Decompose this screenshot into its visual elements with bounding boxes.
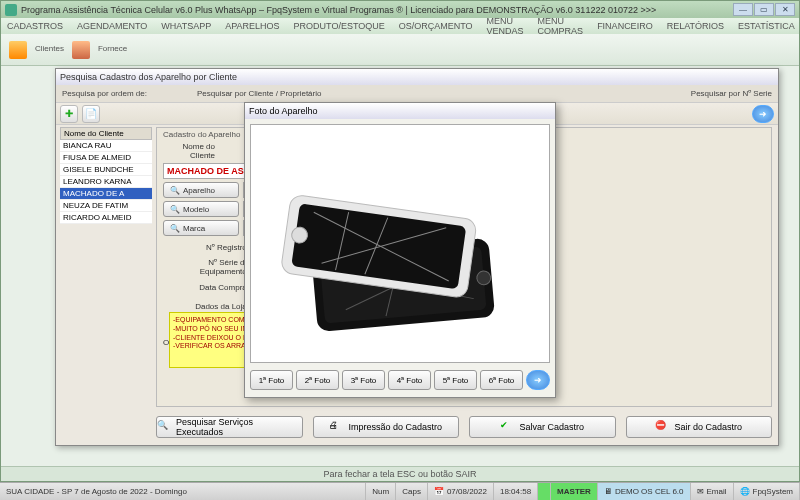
photo-viewer (250, 124, 550, 363)
serie-label: Nº Série do Equipamento: (163, 258, 249, 276)
toolbar-fornece[interactable] (68, 37, 94, 63)
menu-aparelhos[interactable]: APARELHOS (225, 21, 279, 31)
window-title: Programa Assistência Técnica Celular v6.… (21, 5, 656, 15)
menu-produto-estoque[interactable]: PRODUTO/ESTOQUE (294, 21, 385, 31)
menu-whatsapp[interactable]: WHATSAPP (161, 21, 211, 31)
toolbar: Clientes Fornece (1, 34, 799, 66)
search-serial-label: Pesquisar por Nº Serie (691, 89, 772, 98)
foto-4-button[interactable]: 4ª Foto (388, 370, 431, 390)
foto-5-button[interactable]: 5ª Foto (434, 370, 477, 390)
cadastro-group-label: Cadastro do Aparelho (163, 130, 240, 139)
maximize-button[interactable]: ▭ (754, 3, 774, 16)
calendar-icon: 📅 (434, 487, 444, 496)
doc-icon[interactable]: 📄 (82, 105, 100, 123)
action-buttons: 🔍Pesquisar Serviços Executados 🖨Impressã… (156, 415, 772, 439)
status-location: SUA CIDADE - SP 7 de Agosto de 2022 - Do… (0, 483, 366, 500)
toolbar-fornece-label: Fornece (98, 44, 127, 53)
pesquisar-servicos-button[interactable]: 🔍Pesquisar Serviços Executados (156, 416, 303, 438)
aparelho-button[interactable]: 🔍Aparelho (163, 182, 239, 198)
search-order-label: Pesquisa por ordem de: (62, 89, 147, 98)
minimize-button[interactable]: — (733, 3, 753, 16)
status-led (538, 483, 551, 500)
titlebar: Programa Assistência Técnica Celular v6.… (1, 1, 799, 18)
toolbar-clientes[interactable] (5, 37, 31, 63)
print-icon: 🖨 (329, 420, 343, 434)
modelo-button[interactable]: 🔍Modelo (163, 201, 239, 217)
search-icon: 🔍 (170, 205, 180, 214)
check-icon: ✔ (500, 420, 514, 434)
client-list-header: Nome do Cliente (60, 127, 152, 140)
menubar: CADASTROS AGENDAMENTO WHATSAPP APARELHOS… (1, 18, 799, 34)
status-email[interactable]: ✉Email (691, 483, 734, 500)
nome-label: Nome do Cliente (163, 142, 215, 160)
marca-button[interactable]: 🔍Marca (163, 220, 239, 236)
impressao-button[interactable]: 🖨Impressão do Cadastro (313, 416, 460, 438)
foto-3-button[interactable]: 3ª Foto (342, 370, 385, 390)
status-time: 18:04:58 (494, 483, 538, 500)
client-row[interactable]: NEUZA DE FATIM (60, 200, 152, 212)
status-brand[interactable]: 🌐FpqSystem (734, 483, 800, 500)
statusbar: SUA CIDADE - SP 7 de Agosto de 2022 - Do… (0, 482, 800, 500)
stop-icon: ⛔ (655, 420, 669, 434)
search-icon: 🔍 (157, 420, 171, 434)
status-date: 📅07/08/2022 (428, 483, 494, 500)
toolbar-clientes-label: Clientes (35, 44, 64, 53)
data-compra-label: Data Compra: (163, 283, 249, 292)
search-strip: Pesquisa por ordem de: Pesquisar por Cli… (56, 85, 778, 103)
close-button[interactable]: ✕ (775, 3, 795, 16)
mail-icon: ✉ (697, 487, 704, 496)
menu-financeiro[interactable]: FINANCEIRO (597, 21, 653, 31)
menu-cadastros[interactable]: CADASTROS (7, 21, 63, 31)
menu-relatorios[interactable]: RELATÓRIOS (667, 21, 724, 31)
broken-phone-image (251, 125, 549, 362)
search-client-label: Pesquisar por Cliente / Proprietário (197, 89, 322, 98)
menu-vendas[interactable]: MENU VENDAS (487, 16, 524, 36)
client-row[interactable]: RICARDO ALMEID (60, 212, 152, 224)
dados-loja-label: Dados da Loja: (163, 302, 249, 311)
client-row[interactable]: FIUSA DE ALMEID (60, 152, 152, 164)
menu-os-orcamento[interactable]: OS/ORÇAMENTO (399, 21, 473, 31)
foto-6-button[interactable]: 6ª Foto (480, 370, 523, 390)
client-list: Nome do Cliente BIANCA RAU FIUSA DE ALME… (60, 127, 152, 224)
status-master: MASTER (551, 483, 598, 500)
menu-estatistica[interactable]: ESTATÍSTICA (738, 21, 795, 31)
foto-2-button[interactable]: 2ª Foto (296, 370, 339, 390)
search-icon: 🔍 (170, 224, 180, 233)
salvar-button[interactable]: ✔Salvar Cadastro (469, 416, 616, 438)
photo-modal: Foto do Aparelho (244, 102, 556, 398)
monitor-icon: 🖥 (604, 487, 612, 496)
menu-compras[interactable]: MENU COMPRAS (538, 16, 584, 36)
sair-button[interactable]: ⛔Sair do Cadastro (626, 416, 773, 438)
globe-icon: 🌐 (740, 487, 750, 496)
menu-agendamento[interactable]: AGENDAMENTO (77, 21, 147, 31)
search-icon: 🔍 (170, 186, 180, 195)
client-row[interactable]: MACHADO DE A (60, 188, 152, 200)
footer-hint: Para fechar a tela ESC ou botão SAIR (1, 466, 799, 481)
status-caps: Caps (396, 483, 428, 500)
photo-next-icon[interactable]: ➜ (526, 370, 550, 390)
registro-label: Nº Registro: (163, 243, 249, 252)
client-row[interactable]: LEANDRO KARNA (60, 176, 152, 188)
client-row[interactable]: GISELE BUNDCHE (60, 164, 152, 176)
photo-modal-title: Foto do Aparelho (245, 103, 555, 119)
next-arrow-icon[interactable]: ➜ (752, 105, 774, 123)
status-demo: 🖥DEMO OS CEL 6.0 (598, 483, 691, 500)
add-icon[interactable]: ✚ (60, 105, 78, 123)
app-icon (5, 4, 17, 16)
search-window-title: Pesquisa Cadastro dos Aparelho por Clien… (56, 69, 778, 85)
foto-1-button[interactable]: 1ª Foto (250, 370, 293, 390)
status-num: Num (366, 483, 396, 500)
client-row[interactable]: BIANCA RAU (60, 140, 152, 152)
